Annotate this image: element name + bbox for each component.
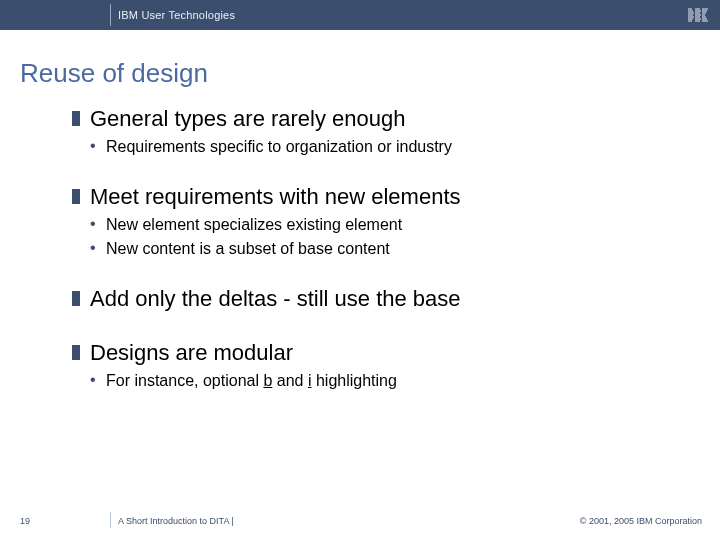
- slide: IBM User Technologies Reuse of design Ge…: [0, 0, 720, 540]
- footer-copyright: © 2001, 2005 IBM Corporation: [580, 516, 702, 526]
- footer: 19 A Short Introduction to DITA | © 2001…: [0, 506, 720, 526]
- header-divider: [110, 4, 111, 26]
- header-bar: IBM User Technologies: [0, 0, 720, 30]
- bullet-sub: New content is a subset of base content: [84, 240, 696, 258]
- bullet-group: General types are rarely enough Requirem…: [72, 106, 696, 156]
- bullet-group: Designs are modular For instance, option…: [72, 340, 696, 390]
- bullet-sub: Requirements specific to organization or…: [84, 138, 696, 156]
- bullet-heading: General types are rarely enough: [72, 106, 696, 132]
- slide-body: General types are rarely enough Requirem…: [72, 100, 696, 418]
- footer-doc-title: A Short Introduction to DITA |: [118, 516, 234, 526]
- page-number: 19: [20, 516, 30, 526]
- header-org-label: IBM User Technologies: [118, 9, 235, 21]
- bullet-heading: Meet requirements with new elements: [72, 184, 696, 210]
- bullet-group: Meet requirements with new elements New …: [72, 184, 696, 258]
- slide-title: Reuse of design: [20, 58, 208, 89]
- ibm-logo-icon: [688, 9, 708, 22]
- bullet-sub: New element specializes existing element: [84, 216, 696, 234]
- bullet-sub: For instance, optional b and i highlight…: [84, 372, 696, 390]
- footer-divider: [110, 512, 111, 528]
- bullet-group: Add only the deltas - still use the base: [72, 286, 696, 312]
- bullet-heading: Add only the deltas - still use the base: [72, 286, 696, 312]
- bullet-heading: Designs are modular: [72, 340, 696, 366]
